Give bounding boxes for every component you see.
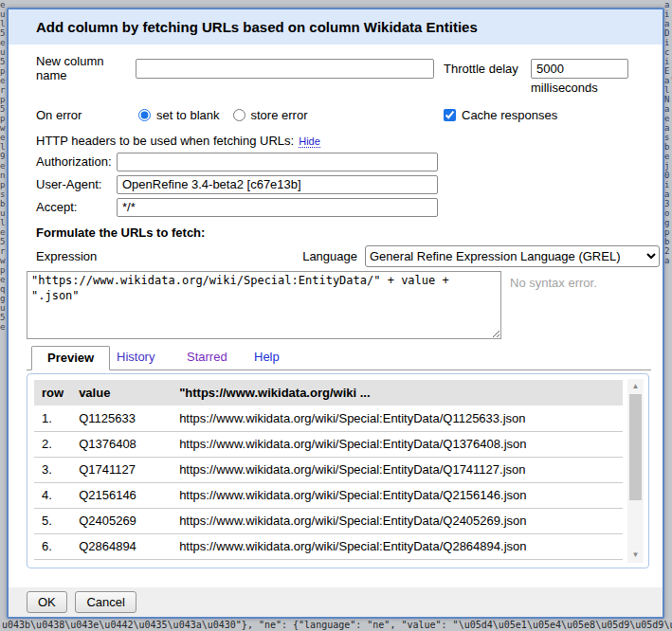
table-row: 4. Q2156146 https://www.wikidata.org/wik… [34,482,623,508]
row-value: Q1376408 [71,431,172,457]
row-index: 3. [34,457,71,482]
table-row: 6. Q2864894 https://www.wikidata.org/wik… [34,533,623,559]
table-row: 3. Q1741127 https://www.wikidata.org/wik… [34,457,623,482]
http-headers-row: HTTP headers to be used when fetching UR… [36,134,320,151]
on-error-row: On error set to blank store error Cache … [36,105,657,124]
add-column-by-fetching-urls-dialog: Add column by fetching URLs based on col… [7,8,664,619]
set-to-blank-label: set to blank [156,108,220,122]
dialog-footer: OK Cancel [9,587,663,617]
row-index: 7. [34,559,71,568]
accept-label: Accept: [36,200,117,214]
ok-button[interactable]: OK [27,591,67,613]
throttle-delay-input[interactable] [531,59,628,79]
column-header-url-expression: "https://www.wikidata.org/wiki ... [172,380,623,406]
tab-bar: Preview History Starred Help [27,346,651,370]
authorization-row: Authorization: [36,152,438,171]
table-row: 1. Q1125633 https://www.wikidata.org/wik… [34,406,623,431]
accept-input[interactable] [117,198,438,217]
formulate-urls-label: Formulate the URLs to fetch: [36,225,205,240]
preview-table-header-row: row value "https://www.wikidata.org/wiki… [34,380,623,406]
expression-row: Expression Language General Refine Expre… [36,244,660,267]
row-url: https://www.wikidata.org/wiki/Special:En… [172,482,623,508]
tab-preview[interactable]: Preview [31,346,110,370]
authorization-input[interactable] [117,153,438,171]
row-index: 6. [34,533,71,559]
table-row: 5. Q2405269 https://www.wikidata.org/wik… [34,508,623,533]
store-error-label: store error [251,108,308,122]
cache-responses-checkbox[interactable] [444,109,456,121]
throttle-delay-label: Throttle delay [444,62,531,76]
on-error-store-error-option[interactable]: store error [233,108,308,122]
http-headers-label: HTTP headers to be used when fetching UR… [36,134,294,148]
user-agent-input[interactable] [117,175,438,194]
new-column-name-label: New column name [36,54,136,82]
row-index: 4. [34,482,71,508]
row-value: Q2864894 [71,533,172,559]
scroll-up-arrow-icon[interactable]: ▲ [627,381,644,392]
column-header-value: value [71,380,172,406]
tab-history[interactable]: History [117,350,154,364]
row-index: 1. [34,406,71,431]
throttle-unit-label: milliseconds [531,81,598,95]
preview-table-wrap: row value "https://www.wikidata.org/wiki… [34,380,623,568]
background-right-edge-text: aiaDiciEa')lNaeasbej0ia3ogpb2a [664,0,672,620]
row-value: Q2405269 [71,508,172,533]
on-error-label: On error [36,108,138,122]
row-value: Q2156146 [71,482,172,508]
language-label: Language [302,249,357,263]
hide-headers-link[interactable]: Hide [299,135,320,148]
row-url: https://www.wikidata.org/wiki/Special:En… [172,533,623,559]
user-agent-label: User-Agent: [36,177,117,191]
column-header-row: row [34,380,71,406]
table-row: 2. Q1376408 https://www.wikidata.org/wik… [34,431,623,457]
cache-responses-option[interactable]: Cache responses [444,108,557,122]
tab-starred[interactable]: Starred [187,350,227,364]
cache-responses-label: Cache responses [462,108,557,122]
accept-row: Accept: [36,197,438,217]
user-agent-row: User-Agent: [36,174,438,194]
background-bottom-text: u043b\u0438\u043e\u0442\u0435\u043a\u043… [2,620,672,631]
background-left-edge-text: eul5eu5perp5p,w:el9enpsbule5rwp,e'lqgu5e [0,0,7,620]
dialog-title: Add column by fetching URLs based on col… [9,9,663,45]
row-url: https://www.wikidata.org/wiki/Special:En… [172,508,623,533]
cancel-button[interactable]: Cancel [75,591,136,613]
store-error-radio[interactable] [233,109,245,121]
tab-help[interactable]: Help [254,350,280,364]
syntax-status: No syntax error. [510,276,597,290]
row-url: https://www.wikidata.org/wiki/Special:En… [172,559,623,568]
scroll-down-arrow-icon[interactable]: ▼ [627,550,644,561]
row-index: 5. [34,508,71,533]
preview-panel: row value "https://www.wikidata.org/wiki… [27,373,649,568]
preview-scrollbar[interactable]: ▲ ▼ [627,379,644,563]
row-value: Q1741127 [71,457,172,482]
expression-textarea[interactable]: "https://www.wikidata.org/wiki/Special:E… [27,271,501,339]
row-url: https://www.wikidata.org/wiki/Special:En… [172,457,623,482]
row-url: https://www.wikidata.org/wiki/Special:En… [172,406,623,431]
row-url: https://www.wikidata.org/wiki/Special:En… [172,431,623,457]
language-select[interactable]: General Refine Expression Language (GREL… [365,245,660,267]
new-column-name-input[interactable] [136,59,434,79]
scrollbar-thumb[interactable] [629,394,642,500]
new-column-row: New column name Throttle delay [36,58,657,79]
set-to-blank-radio[interactable] [138,109,151,121]
on-error-set-to-blank-option[interactable]: set to blank [138,108,220,122]
row-value: Q2901301 [71,559,172,568]
row-value: Q1125633 [71,406,172,431]
row-index: 2. [34,431,71,457]
table-row: 7. Q2901301 https://www.wikidata.org/wik… [34,559,623,568]
authorization-label: Authorization: [36,154,117,169]
preview-table: row value "https://www.wikidata.org/wiki… [34,380,623,568]
expression-label: Expression [36,249,97,263]
